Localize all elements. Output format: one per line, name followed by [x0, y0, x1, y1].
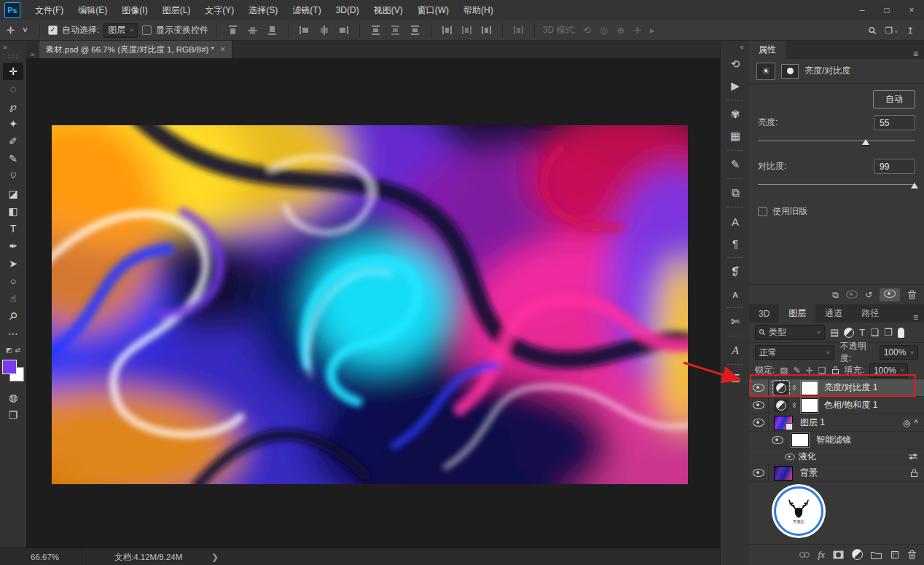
tab-channels[interactable]: 通道: [815, 304, 852, 323]
use-legacy-checkbox[interactable]: [758, 207, 767, 216]
layer-mask-thumbnail[interactable]: [801, 381, 818, 395]
status-chevron-icon[interactable]: ❯: [211, 552, 219, 562]
menu-help[interactable]: 帮助(H): [456, 4, 501, 17]
show-transform-checkbox[interactable]: [142, 25, 152, 35]
filter-blending-options-icon[interactable]: [908, 452, 918, 461]
zoom-level-field[interactable]: 66.67%: [0, 548, 82, 565]
add-mask-icon[interactable]: [833, 550, 844, 559]
filter-smart-objects-icon[interactable]: ❐: [884, 327, 893, 338]
layer-row-smart-filters[interactable]: 智能滤镜: [749, 432, 924, 449]
align-top-icon[interactable]: [228, 25, 238, 35]
layer-row-liquify[interactable]: 液化: [749, 449, 924, 465]
collapse-smart-filters-icon[interactable]: ^: [914, 418, 918, 428]
view-previous-state-icon[interactable]: [846, 291, 858, 299]
filter-pixel-layers-icon[interactable]: ▤: [830, 327, 839, 338]
tab-properties[interactable]: 属性: [749, 41, 786, 59]
layer-filter-dropdown[interactable]: ⚲ 类型 ˅: [755, 325, 825, 340]
tab-layers[interactable]: 图层: [779, 304, 815, 323]
layer-name[interactable]: 色相/饱和度 1: [821, 399, 877, 411]
gradient-tool[interactable]: ◧: [3, 202, 23, 220]
tab-close-icon[interactable]: ×: [220, 44, 225, 55]
filter-adjustment-layers-icon[interactable]: [844, 328, 854, 338]
menu-edit[interactable]: 编辑(E): [71, 4, 114, 17]
layer-visibility-icon[interactable]: [753, 401, 764, 409]
filter-name[interactable]: 液化: [796, 451, 816, 463]
screen-mode-button[interactable]: ❐: [3, 406, 23, 424]
tool-preset-caret[interactable]: ˅: [19, 24, 31, 37]
brightness-value-field[interactable]: 55: [874, 115, 915, 130]
paragraph-styles-panel-icon[interactable]: ❡: [724, 261, 746, 282]
lock-paint-icon[interactable]: ✎: [794, 366, 801, 376]
styles-panel-icon[interactable]: A: [724, 340, 746, 360]
distribute-vertical-center-icon[interactable]: [391, 25, 400, 35]
layer-thumbnail[interactable]: [774, 466, 793, 481]
adjustment-layer-thumbnail[interactable]: [774, 382, 788, 395]
align-bottom-icon[interactable]: [267, 25, 277, 35]
eraser-tool[interactable]: ◪: [3, 185, 23, 202]
auto-select-checkbox[interactable]: ✓: [48, 25, 58, 35]
brush-tool[interactable]: ✎: [3, 150, 23, 167]
contrast-value-field[interactable]: 99: [874, 159, 915, 174]
layer-row-hue-saturation[interactable]: ∞ 色相/饱和度 1: [749, 397, 924, 414]
background-lock-icon[interactable]: [910, 468, 918, 478]
menu-filter[interactable]: 滤镜(T): [285, 4, 328, 17]
align-vertical-center-icon[interactable]: [248, 25, 257, 35]
distribute-bottom-icon[interactable]: [410, 25, 420, 35]
menu-view[interactable]: 视图(V): [367, 4, 410, 17]
lasso-tool[interactable]: ℘: [3, 98, 23, 115]
brushes-panel-icon[interactable]: ✎: [724, 154, 746, 175]
filter-visibility-icon[interactable]: [785, 453, 795, 459]
move-tool[interactable]: ✛: [3, 63, 23, 80]
layer-mask-thumbnail[interactable]: [801, 398, 818, 413]
tool-presets-panel-icon[interactable]: ✄: [724, 312, 746, 332]
contrast-slider[interactable]: [758, 178, 915, 192]
toolbar-grip[interactable]: [8, 55, 18, 58]
close-button[interactable]: ×: [899, 1, 924, 20]
delete-layer-icon[interactable]: [907, 550, 917, 560]
default-colors-icon[interactable]: ◩: [6, 347, 12, 354]
layer-name[interactable]: 背景: [797, 467, 818, 479]
align-horizontal-center-icon[interactable]: [319, 25, 329, 35]
mask-link-icon[interactable]: ∞: [791, 402, 799, 409]
edit-toolbar-button[interactable]: ⋯: [3, 325, 23, 342]
layer-thumbnail[interactable]: [774, 416, 793, 430]
layer-visibility-icon[interactable]: [753, 469, 764, 477]
new-layer-icon[interactable]: [890, 550, 899, 559]
swatches-panel-icon[interactable]: ▦: [724, 126, 746, 146]
distribute-left-icon[interactable]: [442, 25, 452, 35]
layers-panel-menu-icon[interactable]: ≡: [913, 312, 924, 323]
ellipse-tool[interactable]: ○: [3, 272, 23, 290]
distribute-spacing-icon[interactable]: [514, 25, 523, 35]
layer-row-layer1[interactable]: 图层 1 ◎ ^: [749, 414, 924, 432]
link-layers-icon[interactable]: [799, 551, 810, 558]
smart-filter-mask-thumbnail[interactable]: [791, 433, 809, 447]
eyedropper-tool[interactable]: ✐: [3, 133, 23, 150]
tab-strip-expand-icon[interactable]: »: [26, 50, 39, 58]
menu-type[interactable]: 文字(Y): [197, 4, 241, 17]
lock-position-icon[interactable]: ✛: [806, 366, 813, 376]
properties-panel-menu-icon[interactable]: ≡: [913, 49, 924, 59]
layer-visibility-icon[interactable]: [753, 384, 764, 392]
quick-mask-button[interactable]: ◍: [3, 389, 23, 406]
document-tab[interactable]: 素材.psd @ 66.7% (亮度/对比度 1, RGB/8#) * ×: [39, 41, 233, 58]
mask-link-icon[interactable]: ∞: [791, 384, 799, 392]
path-selection-tool[interactable]: ➤: [3, 255, 23, 272]
app-icon[interactable]: Ps: [4, 2, 20, 18]
adjustment-mask-icon[interactable]: [781, 64, 799, 79]
minimize-button[interactable]: –: [850, 1, 874, 20]
foreground-color-swatch[interactable]: [2, 360, 17, 374]
toolbar-expand-icon[interactable]: »: [0, 41, 10, 53]
contrast-slider-thumb[interactable]: [911, 179, 918, 189]
menu-window[interactable]: 窗口(W): [410, 4, 456, 17]
dock-collapse-icon[interactable]: «: [737, 41, 750, 53]
layer-name[interactable]: 亮度/对比度 1: [821, 382, 877, 394]
lock-artboard-icon[interactable]: ❏: [818, 366, 826, 376]
hand-tool[interactable]: ☝: [3, 290, 23, 307]
menu-3d[interactable]: 3D(D): [329, 5, 367, 15]
menu-file[interactable]: 文件(F): [28, 4, 71, 17]
menu-select[interactable]: 选择(S): [241, 4, 285, 17]
menu-layer[interactable]: 图层(L): [155, 4, 198, 17]
character-panel-icon[interactable]: A: [724, 211, 746, 232]
color-panel-icon[interactable]: ✾: [724, 104, 746, 125]
marquee-tool[interactable]: ◌: [3, 80, 23, 98]
